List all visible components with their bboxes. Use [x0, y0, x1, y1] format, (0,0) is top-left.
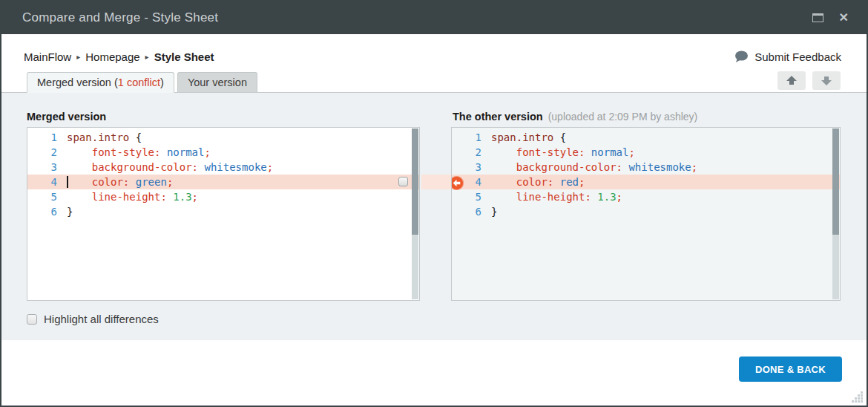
left-arrow-icon	[453, 179, 461, 187]
window-controls: ✕	[812, 12, 849, 24]
code-lines: 1span.intro {2 font-style: normal;3 back…	[27, 128, 419, 219]
line-number: 2	[27, 145, 57, 160]
upload-info: (uploaded at 2:09 PM by ashley)	[548, 111, 698, 123]
code-text: font-style: normal;	[491, 145, 635, 160]
highlight-all-differences-checkbox[interactable]	[27, 314, 37, 325]
code-text: span.intro {	[67, 130, 142, 145]
other-version-title: The other version	[453, 111, 543, 123]
line-number: 2	[452, 145, 481, 160]
dialog-window: Compare and Merge - Style Sheet ✕ MainFl…	[0, 0, 868, 407]
window-title: Compare and Merge - Style Sheet	[22, 10, 218, 25]
code-line-6[interactable]: 6}	[452, 204, 840, 219]
other-version-heading: The other version (uploaded at 2:09 PM b…	[453, 111, 697, 127]
breadcrumb-row: MainFlow ▸ Homepage ▸ Style Sheet Submit…	[1, 34, 867, 67]
scrollbar-thumb[interactable]	[832, 128, 839, 235]
line-number: 3	[452, 160, 481, 175]
line-number: 4	[27, 175, 57, 189]
breadcrumb-style-sheet: Style Sheet	[154, 51, 214, 63]
line-number: 3	[27, 160, 57, 175]
titlebar: Compare and Merge - Style Sheet ✕	[1, 1, 867, 34]
code-text: span.intro {	[491, 130, 566, 145]
next-conflict-button[interactable]	[812, 71, 841, 90]
merged-version-heading: Merged version	[27, 111, 421, 127]
breadcrumb-separator-icon: ▸	[76, 53, 80, 61]
scrollbar-thumb[interactable]	[412, 128, 418, 235]
code-text: }	[67, 204, 73, 219]
submit-feedback-button[interactable]: Submit Feedback	[734, 51, 841, 63]
code-line-1[interactable]: 1span.intro {	[27, 130, 419, 145]
breadcrumb-separator-icon: ▸	[145, 53, 149, 61]
tab-merged-version[interactable]: Merged version (1 conflict)	[27, 72, 174, 93]
highlight-differences-row: Highlight all differences	[1, 301, 867, 325]
conflict-navigation	[777, 71, 841, 90]
code-line-3[interactable]: 3 background-color: whitesmoke;	[27, 160, 419, 175]
down-arrow-icon	[821, 75, 832, 86]
maximize-icon[interactable]	[812, 13, 823, 22]
right-panel-scrollbar[interactable]	[832, 128, 839, 299]
code-line-5[interactable]: 5 line-height: 1.3;	[27, 189, 419, 204]
code-line-3[interactable]: 3 background-color: whitesmoke;	[452, 160, 840, 175]
code-text: }	[491, 204, 497, 219]
code-line-6[interactable]: 6}	[27, 204, 419, 219]
breadcrumb-mainflow[interactable]: MainFlow	[24, 51, 71, 63]
highlight-all-differences-label: Highlight all differences	[44, 313, 159, 325]
compare-area: Merged version The other version (upload…	[1, 92, 867, 340]
done-and-back-button[interactable]: DONE & BACK	[739, 356, 842, 382]
code-text: color: red;	[491, 175, 585, 189]
line-number: 5	[27, 189, 57, 204]
tabs-row: Merged version (1 conflict) Your version	[1, 67, 867, 92]
code-text: font-style: normal;	[67, 145, 211, 160]
header: MainFlow ▸ Homepage ▸ Style Sheet Submit…	[1, 34, 867, 92]
code-lines: 1span.intro {2 font-style: normal;3 back…	[452, 128, 840, 219]
code-line-2[interactable]: 2 font-style: normal;	[27, 145, 419, 160]
line-number: 1	[452, 130, 481, 145]
tab-your-version-label: Your version	[188, 76, 247, 88]
speech-bubble-icon	[734, 51, 749, 63]
line-number: 6	[27, 204, 57, 219]
code-text: background-color: whitesmoke;	[491, 160, 697, 175]
code-text: color: green;	[67, 175, 173, 189]
code-line-1[interactable]: 1span.intro {	[452, 130, 840, 145]
footer: DONE & BACK	[1, 340, 867, 406]
text-cursor	[67, 176, 68, 188]
code-text: line-height: 1.3;	[491, 189, 622, 204]
conflict-connector-band	[421, 175, 453, 189]
line-number: 5	[452, 189, 481, 204]
tab-your-version[interactable]: Your version	[177, 72, 257, 93]
panel-headings: Merged version The other version (upload…	[1, 111, 867, 127]
line-number: 6	[452, 204, 481, 219]
resize-grip-icon[interactable]	[851, 391, 864, 403]
conflict-line-checkbox[interactable]	[398, 177, 408, 186]
other-version-viewer: 1span.intro {2 font-style: normal;3 back…	[451, 127, 841, 301]
code-line-4[interactable]: 4 color: red;	[452, 175, 840, 189]
conflict-count: 1 conflict	[118, 76, 160, 88]
previous-conflict-button[interactable]	[777, 71, 806, 90]
breadcrumb-homepage[interactable]: Homepage	[85, 51, 139, 63]
tab-merged-label-end: )	[160, 76, 164, 88]
code-line-2[interactable]: 2 font-style: normal;	[452, 145, 840, 160]
tab-merged-label: Merged version (	[37, 76, 118, 88]
line-number: 1	[27, 130, 57, 145]
breadcrumb: MainFlow ▸ Homepage ▸ Style Sheet	[24, 51, 214, 63]
left-panel-scrollbar[interactable]	[412, 128, 418, 299]
merged-version-editor[interactable]: 1span.intro {2 font-style: normal;3 back…	[27, 127, 420, 301]
code-line-4[interactable]: 4 color: green;	[27, 175, 419, 189]
panels-row: 1span.intro {2 font-style: normal;3 back…	[1, 127, 867, 301]
code-text: background-color: whitesmoke;	[67, 160, 273, 175]
code-text: line-height: 1.3;	[67, 189, 198, 204]
submit-feedback-label: Submit Feedback	[754, 51, 841, 63]
close-icon[interactable]: ✕	[839, 12, 849, 24]
up-arrow-icon	[786, 75, 798, 86]
code-line-5[interactable]: 5 line-height: 1.3;	[452, 189, 840, 204]
